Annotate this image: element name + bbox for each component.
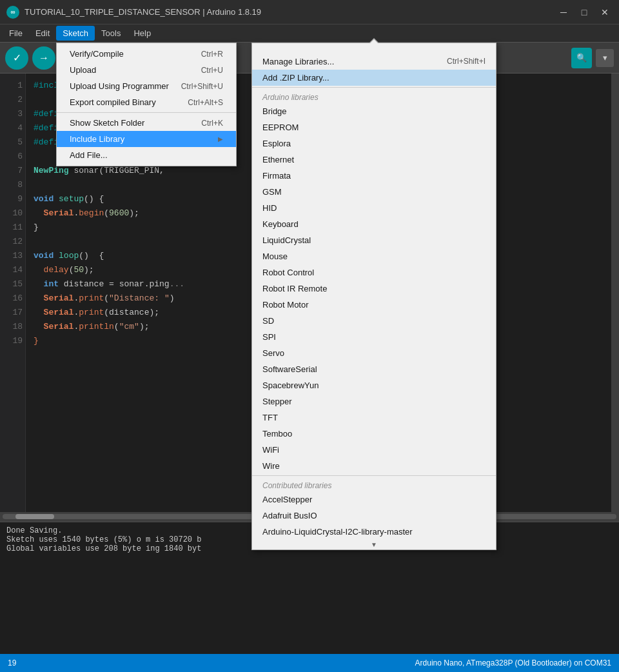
lib-accelstepper[interactable]: AccelStepper <box>252 491 496 508</box>
contributed-libraries-label: Contributed libraries <box>252 477 496 491</box>
scrollbar-thumb[interactable] <box>15 514 54 519</box>
lib-hid[interactable]: HID <box>252 200 496 216</box>
app-icon: ∞ <box>6 6 19 19</box>
lib-firmata[interactable]: Firmata <box>252 168 496 184</box>
arduino-libraries-label: Arduino libraries <box>252 89 496 103</box>
search-icon[interactable]: 🔍 <box>571 48 592 68</box>
menu-verify-compile[interactable]: Verify/Compile Ctrl+R <box>57 46 236 62</box>
lib-robot-control[interactable]: Robot Control <box>252 264 496 281</box>
submenu-add-zip[interactable]: Add .ZIP Library... <box>252 70 496 86</box>
lib-softwareserial[interactable]: SoftwareSerial <box>252 361 496 377</box>
submenu-separator <box>252 87 496 88</box>
menu-add-file[interactable]: Add File... <box>57 147 236 163</box>
menu-include-library[interactable]: Include Library ▶ <box>57 131 236 147</box>
board-info: Arduino Nano, ATmega328P (Old Bootloader… <box>415 658 611 667</box>
lib-robot-ir-remote[interactable]: Robot IR Remote <box>252 281 496 297</box>
lib-bridge[interactable]: Bridge <box>252 103 496 119</box>
lib-liquidcrystal[interactable]: LiquidCrystal <box>252 232 496 248</box>
lib-eeprom[interactable]: EEPROM <box>252 119 496 135</box>
menu-help[interactable]: Help <box>127 26 157 41</box>
title-bar: ∞ TUTORIAL_10_TRIPLE_DISTANCE_SENSOR | A… <box>0 0 619 25</box>
lib-sd[interactable]: SD <box>252 313 496 329</box>
window-controls: ─ □ ✕ <box>556 5 613 20</box>
upload-button[interactable]: → <box>32 46 55 70</box>
lib-keyboard[interactable]: Keyboard <box>252 216 496 232</box>
menu-bar: File Edit Sketch Tools Help <box>0 25 619 43</box>
submenu-triangle-inner <box>369 39 378 44</box>
library-submenu: Manage Libraries... Ctrl+Shift+I Add .ZI… <box>251 43 496 550</box>
menu-separator-1 <box>57 112 236 113</box>
lib-wifi[interactable]: WiFi <box>252 442 496 458</box>
verify-button[interactable]: ✓ <box>5 46 28 70</box>
menu-file[interactable]: File <box>3 26 29 41</box>
menu-export-binary[interactable]: Export compiled Binary Ctrl+Alt+S <box>57 94 236 110</box>
dropdown-icon[interactable]: ▾ <box>596 49 614 67</box>
lib-tft[interactable]: TFT <box>252 410 496 426</box>
close-button[interactable]: ✕ <box>597 5 613 20</box>
submenu-manage-libraries[interactable]: Manage Libraries... Ctrl+Shift+I <box>252 54 496 70</box>
maximize-button[interactable]: □ <box>576 5 592 20</box>
menu-upload[interactable]: Upload Ctrl+U <box>57 62 236 78</box>
status-bar: 19 Arduino Nano, ATmega328P (Old Bootloa… <box>0 654 619 672</box>
minimize-button[interactable]: ─ <box>556 5 571 20</box>
menu-sketch[interactable]: Sketch <box>56 26 95 41</box>
line-numbers: 12345 678910 1112131415 16171819 <box>0 74 26 512</box>
lib-ethernet[interactable]: Ethernet <box>252 152 496 168</box>
toolbar-right: 🔍 ▾ <box>571 48 614 68</box>
scroll-indicator: ▼ <box>252 540 496 549</box>
lib-stepper[interactable]: Stepper <box>252 393 496 410</box>
lib-wire[interactable]: Wire <box>252 458 496 474</box>
window-title: TUTORIAL_10_TRIPLE_DISTANCE_SENSOR | Ard… <box>25 7 556 17</box>
lib-esplora[interactable]: Esplora <box>252 135 496 152</box>
line-number: 19 <box>8 658 16 667</box>
menu-show-folder[interactable]: Show Sketch Folder Ctrl+K <box>57 115 236 131</box>
sketch-dropdown: Verify/Compile Ctrl+R Upload Ctrl+U Uplo… <box>56 43 237 166</box>
lib-spi[interactable]: SPI <box>252 329 496 345</box>
lib-mouse[interactable]: Mouse <box>252 248 496 264</box>
lib-temboo[interactable]: Temboo <box>252 426 496 442</box>
lib-adafruit-busio[interactable]: Adafruit BusIO <box>252 508 496 524</box>
lib-spacebrewyun[interactable]: SpacebrewYun <box>252 377 496 393</box>
menu-tools[interactable]: Tools <box>95 26 127 41</box>
lib-robot-motor[interactable]: Robot Motor <box>252 297 496 313</box>
lib-gsm[interactable]: GSM <box>252 184 496 200</box>
lib-servo[interactable]: Servo <box>252 345 496 361</box>
vertical-scrollbar[interactable] <box>611 74 619 512</box>
menu-edit[interactable]: Edit <box>29 26 56 41</box>
menu-upload-programmer[interactable]: Upload Using Programmer Ctrl+Shift+U <box>57 78 236 94</box>
submenu-separator-2 <box>252 475 496 476</box>
lib-arduino-liquidcrystal-i2c[interactable]: Arduino-LiquidCrystal-I2C-library-master <box>252 524 496 540</box>
